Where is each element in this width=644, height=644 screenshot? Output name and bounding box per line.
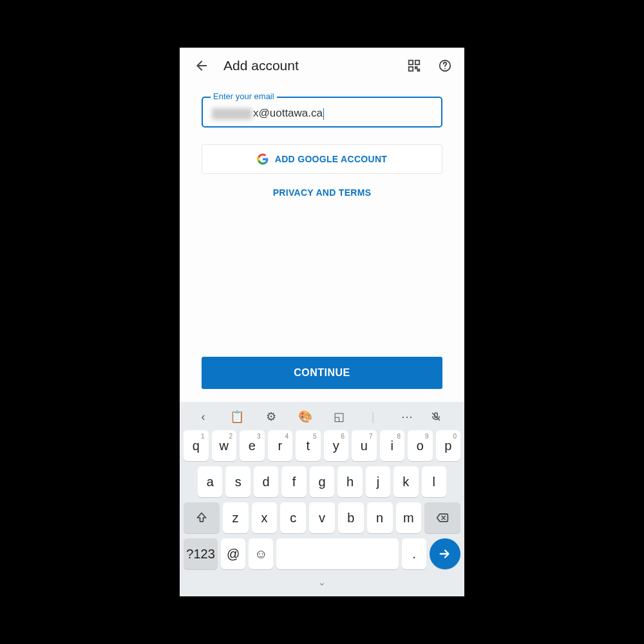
keyboard-row-3: zxcvbnm xyxy=(184,502,460,533)
numeric-key[interactable]: ?123 xyxy=(184,538,218,569)
add-google-account-button[interactable]: ADD GOOGLE ACCOUNT xyxy=(202,144,442,174)
email-field-value[interactable]: x@uottawa.ca xyxy=(212,107,432,120)
key-a[interactable]: a xyxy=(198,466,222,497)
key-k[interactable]: k xyxy=(393,466,418,497)
key-y[interactable]: y6 xyxy=(324,430,349,461)
soft-keyboard: ‹ 📋 ⚙ 🎨 ◱ | ⋯ q1w2e3r4t5y6u7i8o9p0 asdfg… xyxy=(180,402,464,596)
mic-off-icon[interactable] xyxy=(430,411,452,422)
key-s[interactable]: s xyxy=(225,466,250,497)
clipboard-icon[interactable]: 📋 xyxy=(226,410,248,424)
key-l[interactable]: l xyxy=(422,466,446,497)
at-key[interactable]: @ xyxy=(221,538,245,569)
resize-icon[interactable]: ◱ xyxy=(328,410,350,424)
key-z[interactable]: z xyxy=(223,502,249,533)
qr-code-button[interactable] xyxy=(405,57,423,75)
key-r[interactable]: r4 xyxy=(268,430,293,461)
key-n[interactable]: n xyxy=(367,502,393,533)
keyboard-collapse-left-icon[interactable]: ‹ xyxy=(192,410,214,424)
svg-rect-0 xyxy=(409,61,413,64)
key-t[interactable]: t5 xyxy=(296,430,321,461)
phone-screen: Add account Enter your email x@uottawa.c… xyxy=(180,48,464,596)
keyboard-collapse-icon[interactable]: ⌄ xyxy=(184,574,460,587)
enter-key[interactable] xyxy=(430,538,460,569)
key-v[interactable]: v xyxy=(309,502,335,533)
key-o[interactable]: o9 xyxy=(408,430,433,461)
key-h[interactable]: h xyxy=(337,466,362,497)
page-title: Add account xyxy=(223,58,392,73)
shift-key[interactable] xyxy=(184,502,220,533)
key-p[interactable]: p0 xyxy=(436,430,461,461)
main-content: Enter your email x@uottawa.ca ADD GOOGLE… xyxy=(180,84,464,402)
period-key[interactable]: . xyxy=(402,538,426,569)
key-q[interactable]: q1 xyxy=(184,430,209,461)
privacy-row: PRIVACY AND TERMS xyxy=(202,187,442,198)
keyboard-toolbar: ‹ 📋 ⚙ 🎨 ◱ | ⋯ xyxy=(184,406,460,430)
space-key[interactable] xyxy=(276,538,399,569)
key-m[interactable]: m xyxy=(396,502,422,533)
key-d[interactable]: d xyxy=(254,466,278,497)
key-w[interactable]: w2 xyxy=(212,430,237,461)
continue-button[interactable]: CONTINUE xyxy=(202,357,442,389)
more-icon[interactable]: ⋯ xyxy=(396,410,418,424)
google-logo-icon xyxy=(257,153,269,165)
key-x[interactable]: x xyxy=(252,502,278,533)
key-i[interactable]: i8 xyxy=(380,430,405,461)
keyboard-row-2: asdfghjkl xyxy=(184,466,460,497)
svg-rect-1 xyxy=(415,61,419,64)
backspace-key[interactable] xyxy=(424,502,460,533)
keyboard-row-4: ?123 @ ☺ . xyxy=(184,538,460,569)
key-e[interactable]: e3 xyxy=(240,430,265,461)
settings-gear-icon[interactable]: ⚙ xyxy=(260,410,282,424)
back-button[interactable] xyxy=(193,57,211,75)
svg-rect-4 xyxy=(418,70,420,71)
key-u[interactable]: u7 xyxy=(352,430,377,461)
privacy-and-terms-link[interactable]: PRIVACY AND TERMS xyxy=(273,187,372,198)
help-button[interactable] xyxy=(436,57,454,75)
keyboard-row-1: q1w2e3r4t5y6u7i8o9p0 xyxy=(184,430,460,461)
app-header: Add account xyxy=(180,48,464,84)
key-c[interactable]: c xyxy=(280,502,306,533)
google-button-label: ADD GOOGLE ACCOUNT xyxy=(275,154,387,164)
svg-rect-2 xyxy=(409,67,413,71)
key-f[interactable]: f xyxy=(281,466,306,497)
svg-point-6 xyxy=(444,68,446,70)
email-field-label: Enter your email xyxy=(211,91,277,101)
key-b[interactable]: b xyxy=(338,502,364,533)
key-j[interactable]: j xyxy=(366,466,390,497)
email-field[interactable]: Enter your email x@uottawa.ca xyxy=(202,97,442,128)
svg-rect-3 xyxy=(415,67,417,69)
key-g[interactable]: g xyxy=(310,466,334,497)
emoji-key[interactable]: ☺ xyxy=(249,538,273,569)
palette-icon[interactable]: 🎨 xyxy=(294,410,316,424)
redacted-text xyxy=(212,108,252,120)
text-cursor xyxy=(323,108,324,120)
